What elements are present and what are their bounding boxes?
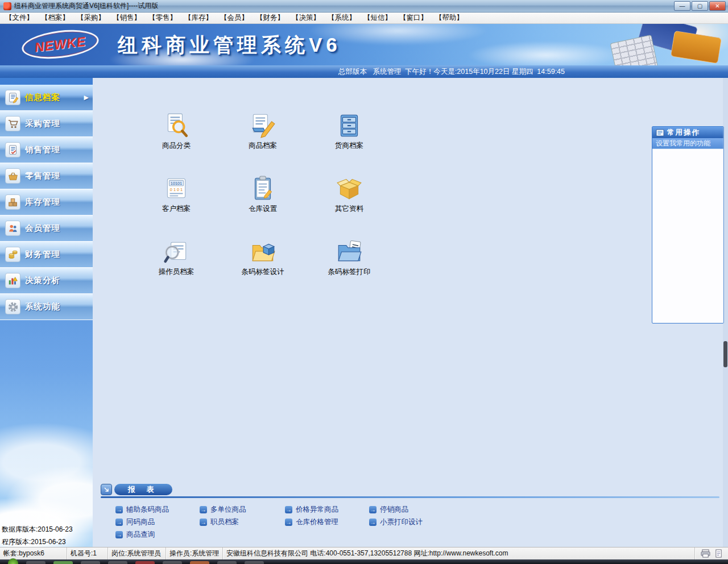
icon-product-archive[interactable]: 商品档案 [220,105,306,168]
icon-label: 仓库设置 [249,204,277,214]
menu-bar: 【文件】 【档案】 【采购】 【销售】 【零售】 【库存】 【会员】 【财务】 … [0,13,728,24]
report-link[interactable]: →停销商品 [369,503,452,516]
menu-item-archive[interactable]: 【档案】 [40,13,70,23]
icon-supplier-archive[interactable]: 货商档案 [306,105,392,168]
taskbar-item[interactable] [217,561,237,564]
maximize-button[interactable]: ▢ [692,1,708,11]
newke-logo: NEWKE [20,26,101,63]
sidebar-item-finance[interactable]: 财务管理 [0,242,93,268]
taskbar-item[interactable] [108,561,127,564]
newke-logo-text: NEWKE [34,34,86,55]
printer-icon[interactable] [701,549,710,558]
document-pen-icon [5,90,20,105]
icon-label: 商品档案 [249,141,277,151]
report-link[interactable]: →商品查询 [115,528,198,541]
report-links-column: →多单位商品 →职员档案 [200,503,283,528]
folder-label-icon [336,238,363,266]
menu-item-decision[interactable]: 【决策】 [291,13,321,23]
report-link[interactable]: →小票打印设计 [369,516,452,528]
report-link[interactable]: →仓库价格管理 [285,516,368,528]
taskbar-item[interactable] [163,561,182,564]
sidebar-item-inventory[interactable]: 库存管理 [0,189,93,215]
sidebar-item-system[interactable]: 系统功能 [0,294,93,320]
scrollbar-thumb[interactable] [723,341,727,367]
report-link[interactable]: →价格异常商品 [285,503,368,516]
arrow-right-icon: → [285,519,292,526]
menu-item-file[interactable]: 【文件】 [5,13,34,23]
menu-item-purchase[interactable]: 【采购】 [76,13,106,23]
taskbar-item[interactable] [245,561,264,564]
report-link[interactable]: →辅助条码商品 [115,503,198,516]
sidebar-item-info-archive[interactable]: 信息档案 ▶ [0,85,93,111]
module-icon-grid: 商品分类 商品档案 货商档案 101010 1 0 1 客户档案 仓库设置 [133,105,392,295]
reports-tab[interactable]: 报 表 [101,484,172,495]
menu-item-window[interactable]: 【窗口】 [399,13,428,23]
icon-warehouse-setup[interactable]: 仓库设置 [220,168,306,231]
arrow-right-icon: → [200,519,207,526]
minimize-button[interactable]: — [674,1,690,11]
document-pencil-icon [249,112,276,139]
arrow-down-right-icon [101,484,112,495]
title-bar: 纽科商业管理系统商贸通V6[纽科软件]----试用版 — ▢ ✕ [0,0,728,13]
icon-other-data[interactable]: 其它资料 [306,168,392,231]
arrow-right-icon: → [115,506,123,513]
icon-operator-archive[interactable]: 操作员档案 [133,231,220,295]
arrow-right-icon: → [285,506,292,513]
icon-label: 条码标签打印 [328,267,371,277]
taskbar-item[interactable] [135,561,155,564]
menu-item-sales[interactable]: 【销售】 [112,13,142,23]
people-icon [5,221,20,236]
icon-product-category[interactable]: 商品分类 [133,105,220,168]
reports-tab-label: 报 表 [114,484,172,495]
main-content: 商品分类 商品档案 货商档案 101010 1 0 1 客户档案 仓库设置 [93,78,728,547]
icon-label: 货商档案 [335,141,363,151]
vertical-scrollbar[interactable] [723,78,728,547]
taskbar-item[interactable] [53,561,73,564]
chart-warning-icon [5,273,20,288]
icon-customer-archive[interactable]: 101010 1 0 1 客户档案 [133,168,220,231]
report-links-column: →停销商品 →小票打印设计 [369,503,452,528]
sidebar-item-purchase[interactable]: 采购管理 [0,111,93,137]
shopping-cart-icon [5,116,20,131]
arrow-right-icon: → [115,519,123,526]
taskbar-item[interactable] [26,561,46,564]
arrow-right-icon: → [115,531,123,538]
window-title: 纽科商业管理系统商贸通V6[纽科软件]----试用版 [14,1,674,11]
header-banner: NEWKE 纽科商业管理系统V6 [0,24,728,65]
app-window: 纽科商业管理系统商贸通V6[纽科软件]----试用版 — ▢ ✕ 【文件】 【档… [0,0,728,564]
set-common-functions-link[interactable]: 设置我常用的功能 [652,138,723,149]
sidebar-item-retail[interactable]: 零售管理 [0,163,93,189]
sidebar-item-label: 采购管理 [25,118,60,129]
close-button[interactable]: ✕ [709,1,726,11]
icon-barcode-label-print[interactable]: 条码标签打印 [306,231,392,295]
clipboard-icon [249,175,276,202]
icon-label: 商品分类 [162,141,191,151]
menu-item-system[interactable]: 【系统】 [327,13,357,23]
arrow-right-icon: ▶ [84,94,89,101]
magnifier-document-icon [163,112,190,139]
menu-item-retail[interactable]: 【零售】 [148,13,177,23]
taskbar-item[interactable] [190,561,209,564]
report-link[interactable]: →职员档案 [200,516,283,528]
icon-barcode-label-design[interactable]: 条码标签设计 [220,231,306,295]
report-link[interactable]: →同码商品 [115,516,198,528]
common-operations-panel: 常用操作 设置我常用的功能 [652,126,724,324]
icon-label: 其它资料 [335,204,363,214]
menu-item-help[interactable]: 【帮助】 [435,13,464,23]
page-icon[interactable] [714,549,723,558]
start-orb-icon[interactable] [8,558,18,564]
menu-item-member[interactable]: 【会员】 [220,13,249,23]
report-link[interactable]: →多单位商品 [200,503,283,516]
magnifier-card-icon [163,238,190,266]
sidebar-item-decision[interactable]: 决策分析 [0,268,93,294]
sidebar-item-member[interactable]: 会员管理 [0,215,93,242]
menu-item-sms[interactable]: 【短信】 [363,13,392,23]
icon-label: 操作员档案 [159,267,195,277]
menu-item-finance[interactable]: 【财务】 [255,13,285,23]
taskbar-item[interactable] [81,561,100,564]
common-operations-header: 常用操作 [652,127,723,138]
app-logo-icon [3,2,11,10]
window-controls: — ▢ ✕ [674,1,726,11]
sidebar-item-sales[interactable]: 销售管理 [0,137,93,163]
menu-item-inventory[interactable]: 【库存】 [184,13,213,23]
